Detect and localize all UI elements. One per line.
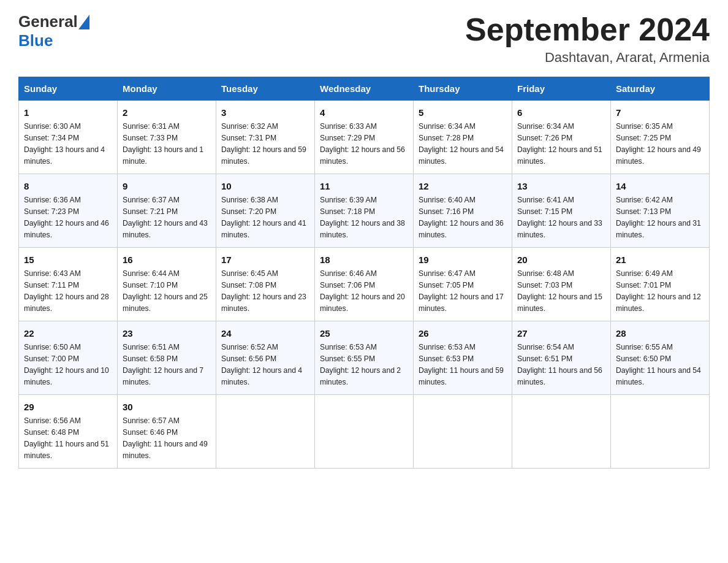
calendar-cell (216, 394, 315, 468)
day-info: Sunrise: 6:34 AMSunset: 7:28 PMDaylight:… (419, 121, 507, 167)
logo-general-text: General (18, 12, 78, 31)
calendar-cell: 3Sunrise: 6:32 AMSunset: 7:31 PMDaylight… (216, 101, 315, 174)
calendar-cell: 17Sunrise: 6:45 AMSunset: 7:08 PMDayligh… (216, 247, 315, 321)
day-number: 12 (419, 179, 507, 193)
calendar-cell: 19Sunrise: 6:47 AMSunset: 7:05 PMDayligh… (414, 247, 512, 321)
day-info: Sunrise: 6:45 AMSunset: 7:08 PMDaylight:… (221, 268, 309, 315)
calendar-table: SundayMondayTuesdayWednesdayThursdayFrid… (18, 77, 710, 468)
title-block: September 2024 Dashtavan, Ararat, Armeni… (465, 12, 710, 66)
calendar-cell: 23Sunrise: 6:51 AMSunset: 6:58 PMDayligh… (118, 321, 216, 394)
calendar-cell: 2Sunrise: 6:31 AMSunset: 7:33 PMDaylight… (118, 101, 216, 174)
calendar-cell: 16Sunrise: 6:44 AMSunset: 7:10 PMDayligh… (118, 247, 216, 321)
day-info: Sunrise: 6:47 AMSunset: 7:05 PMDaylight:… (419, 268, 507, 315)
day-number: 17 (221, 253, 309, 267)
calendar-cell: 6Sunrise: 6:34 AMSunset: 7:26 PMDaylight… (512, 101, 611, 174)
day-info: Sunrise: 6:41 AMSunset: 7:15 PMDaylight:… (517, 194, 605, 241)
calendar-cell: 18Sunrise: 6:46 AMSunset: 7:06 PMDayligh… (315, 247, 414, 321)
month-year-title: September 2024 (465, 12, 710, 47)
calendar-cell: 30Sunrise: 6:57 AMSunset: 6:46 PMDayligh… (118, 394, 216, 468)
calendar-cell: 8Sunrise: 6:36 AMSunset: 7:23 PMDaylight… (19, 174, 118, 248)
day-info: Sunrise: 6:51 AMSunset: 6:58 PMDaylight:… (123, 342, 211, 388)
day-info: Sunrise: 6:50 AMSunset: 7:00 PMDaylight:… (24, 342, 112, 388)
day-number: 14 (616, 179, 704, 193)
calendar-cell: 27Sunrise: 6:54 AMSunset: 6:51 PMDayligh… (512, 321, 611, 394)
day-number: 29 (24, 400, 112, 414)
day-number: 9 (123, 179, 211, 193)
col-header-friday: Friday (512, 77, 611, 101)
day-info: Sunrise: 6:54 AMSunset: 6:51 PMDaylight:… (517, 342, 605, 388)
day-number: 4 (320, 105, 408, 120)
day-number: 24 (221, 326, 309, 340)
day-number: 25 (320, 326, 408, 340)
calendar-cell: 4Sunrise: 6:33 AMSunset: 7:29 PMDaylight… (315, 101, 414, 174)
day-number: 28 (616, 326, 704, 340)
day-info: Sunrise: 6:32 AMSunset: 7:31 PMDaylight:… (221, 121, 309, 167)
calendar-cell: 22Sunrise: 6:50 AMSunset: 7:00 PMDayligh… (19, 321, 118, 394)
day-number: 11 (320, 179, 408, 193)
day-number: 30 (123, 400, 211, 414)
day-number: 26 (419, 326, 507, 340)
day-number: 18 (320, 253, 408, 267)
day-number: 23 (123, 326, 211, 340)
day-number: 15 (24, 253, 112, 267)
calendar-cell: 21Sunrise: 6:49 AMSunset: 7:01 PMDayligh… (611, 247, 710, 321)
day-number: 16 (123, 253, 211, 267)
calendar-cell: 10Sunrise: 6:38 AMSunset: 7:20 PMDayligh… (216, 174, 315, 248)
calendar-cell: 28Sunrise: 6:55 AMSunset: 6:50 PMDayligh… (611, 321, 710, 394)
calendar-cell: 1Sunrise: 6:30 AMSunset: 7:34 PMDaylight… (19, 101, 118, 174)
day-info: Sunrise: 6:53 AMSunset: 6:55 PMDaylight:… (320, 342, 408, 388)
day-number: 13 (517, 179, 605, 193)
day-number: 5 (419, 105, 507, 120)
day-info: Sunrise: 6:36 AMSunset: 7:23 PMDaylight:… (24, 194, 112, 241)
day-info: Sunrise: 6:42 AMSunset: 7:13 PMDaylight:… (616, 194, 704, 241)
calendar-cell: 12Sunrise: 6:40 AMSunset: 7:16 PMDayligh… (414, 174, 512, 248)
day-number: 22 (24, 326, 112, 340)
day-info: Sunrise: 6:34 AMSunset: 7:26 PMDaylight:… (517, 121, 605, 167)
day-number: 3 (221, 105, 309, 120)
day-number: 8 (24, 179, 112, 193)
day-info: Sunrise: 6:38 AMSunset: 7:20 PMDaylight:… (221, 194, 309, 241)
calendar-cell: 20Sunrise: 6:48 AMSunset: 7:03 PMDayligh… (512, 247, 611, 321)
calendar-cell: 26Sunrise: 6:53 AMSunset: 6:53 PMDayligh… (414, 321, 512, 394)
day-info: Sunrise: 6:53 AMSunset: 6:53 PMDaylight:… (419, 342, 507, 388)
calendar-cell: 15Sunrise: 6:43 AMSunset: 7:11 PMDayligh… (19, 247, 118, 321)
day-number: 10 (221, 179, 309, 193)
calendar-week-row: 15Sunrise: 6:43 AMSunset: 7:11 PMDayligh… (19, 247, 710, 321)
calendar-cell: 25Sunrise: 6:53 AMSunset: 6:55 PMDayligh… (315, 321, 414, 394)
calendar-cell: 5Sunrise: 6:34 AMSunset: 7:28 PMDaylight… (414, 101, 512, 174)
col-header-thursday: Thursday (414, 77, 512, 101)
day-info: Sunrise: 6:52 AMSunset: 6:56 PMDaylight:… (221, 342, 309, 388)
logo-triangle-icon (78, 15, 89, 29)
day-number: 20 (517, 253, 605, 267)
day-number: 2 (123, 105, 211, 120)
calendar-cell: 24Sunrise: 6:52 AMSunset: 6:56 PMDayligh… (216, 321, 315, 394)
calendar-cell (414, 394, 512, 468)
location-subtitle: Dashtavan, Ararat, Armenia (465, 50, 710, 66)
col-header-wednesday: Wednesday (315, 77, 414, 101)
day-number: 7 (616, 105, 704, 120)
day-number: 1 (24, 105, 112, 120)
col-header-tuesday: Tuesday (216, 77, 315, 101)
day-info: Sunrise: 6:56 AMSunset: 6:48 PMDaylight:… (24, 415, 112, 462)
day-info: Sunrise: 6:40 AMSunset: 7:16 PMDaylight:… (419, 194, 507, 241)
day-info: Sunrise: 6:46 AMSunset: 7:06 PMDaylight:… (320, 268, 408, 315)
day-number: 21 (616, 253, 704, 267)
calendar-cell: 9Sunrise: 6:37 AMSunset: 7:21 PMDaylight… (118, 174, 216, 248)
col-header-monday: Monday (118, 77, 216, 101)
day-info: Sunrise: 6:35 AMSunset: 7:25 PMDaylight:… (616, 121, 704, 167)
day-info: Sunrise: 6:57 AMSunset: 6:46 PMDaylight:… (123, 415, 211, 462)
day-number: 6 (517, 105, 605, 120)
calendar-week-row: 29Sunrise: 6:56 AMSunset: 6:48 PMDayligh… (19, 394, 710, 468)
calendar-cell (512, 394, 611, 468)
logo: General Blue (18, 12, 90, 50)
calendar-cell (315, 394, 414, 468)
day-info: Sunrise: 6:39 AMSunset: 7:18 PMDaylight:… (320, 194, 408, 241)
day-info: Sunrise: 6:55 AMSunset: 6:50 PMDaylight:… (616, 342, 704, 388)
calendar-week-row: 8Sunrise: 6:36 AMSunset: 7:23 PMDaylight… (19, 174, 710, 248)
calendar-cell: 7Sunrise: 6:35 AMSunset: 7:25 PMDaylight… (611, 101, 710, 174)
day-info: Sunrise: 6:33 AMSunset: 7:29 PMDaylight:… (320, 121, 408, 167)
col-header-sunday: Sunday (19, 77, 118, 101)
day-info: Sunrise: 6:37 AMSunset: 7:21 PMDaylight:… (123, 194, 211, 241)
day-info: Sunrise: 6:48 AMSunset: 7:03 PMDaylight:… (517, 268, 605, 315)
day-number: 27 (517, 326, 605, 340)
